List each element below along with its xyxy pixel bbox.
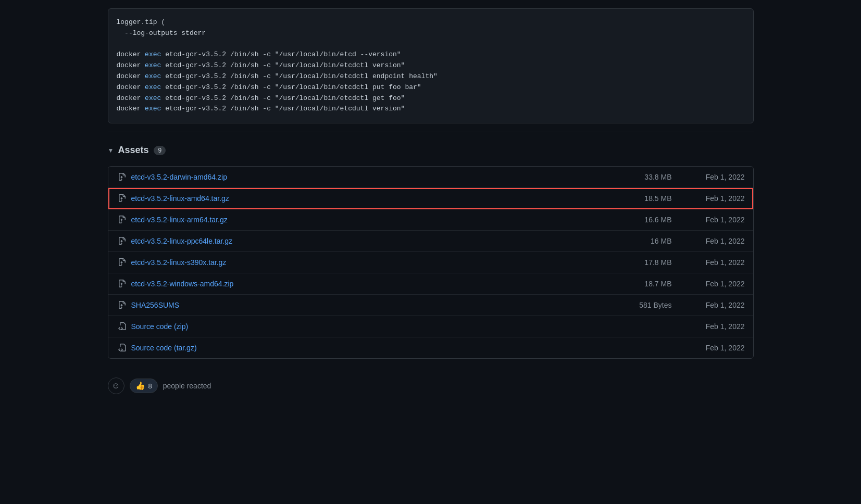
zip-icon-6	[117, 279, 127, 289]
asset-row-6[interactable]: etcd-v3.5.2-windows-amd64.zip 18.7 MB Fe…	[108, 273, 753, 295]
code-line-9: docker exec etcd-gcr-v3.5.2 /bin/sh -c "…	[117, 104, 745, 115]
asset-date-9: Feb 1, 2022	[693, 344, 745, 352]
thumbs-up-emoji: 👍	[135, 381, 145, 390]
code-keyword: exec	[145, 105, 161, 112]
code-line-7: docker exec etcd-gcr-v3.5.2 /bin/sh -c "…	[117, 82, 745, 93]
asset-link-4[interactable]: etcd-v3.5.2-linux-ppc64le.tar.gz	[131, 237, 630, 245]
code-line-1: logger.tip (	[117, 17, 745, 28]
asset-row-3[interactable]: etcd-v3.5.2-linux-arm64.tar.gz 16.6 MB F…	[108, 209, 753, 231]
asset-row-9[interactable]: Source code (tar.gz) Feb 1, 2022	[108, 337, 753, 358]
code-line-6: docker exec etcd-gcr-v3.5.2 /bin/sh -c "…	[117, 71, 745, 82]
zip-icon-3	[117, 215, 127, 225]
asset-date-6: Feb 1, 2022	[693, 280, 745, 288]
asset-date-1: Feb 1, 2022	[693, 173, 745, 181]
code-keyword: exec	[145, 51, 161, 58]
asset-link-3[interactable]: etcd-v3.5.2-linux-arm64.tar.gz	[131, 216, 630, 224]
code-keyword: exec	[145, 94, 161, 102]
source-icon-9	[117, 343, 127, 353]
assets-count-badge: 9	[154, 146, 166, 155]
asset-date-4: Feb 1, 2022	[693, 237, 745, 245]
asset-size-6: 18.7 MB	[630, 280, 693, 288]
assets-section: ▼ Assets 9 etcd-v3.5.2-darwin-amd64.zip …	[108, 145, 754, 359]
thumbs-up-reaction[interactable]: 👍 8	[130, 379, 158, 393]
asset-size-2: 18.5 MB	[630, 194, 693, 203]
reactions-text: people reacted	[163, 382, 211, 390]
asset-link-2[interactable]: etcd-v3.5.2-linux-amd64.tar.gz	[131, 194, 630, 203]
asset-date-8: Feb 1, 2022	[693, 322, 745, 331]
asset-size-3: 16.6 MB	[630, 216, 693, 224]
asset-date-2: Feb 1, 2022	[693, 194, 745, 203]
asset-row-8[interactable]: Source code (zip) Feb 1, 2022	[108, 316, 753, 337]
asset-row-5[interactable]: etcd-v3.5.2-linux-s390x.tar.gz 17.8 MB F…	[108, 252, 753, 273]
thumbs-up-count: 8	[148, 382, 152, 390]
code-line-2: --log-outputs stderr	[117, 28, 745, 39]
asset-row-2[interactable]: etcd-v3.5.2-linux-amd64.tar.gz 18.5 MB F…	[108, 188, 753, 209]
asset-date-7: Feb 1, 2022	[693, 301, 745, 309]
zip-icon-2	[117, 193, 127, 204]
asset-link-1[interactable]: etcd-v3.5.2-darwin-amd64.zip	[131, 173, 630, 181]
reactions-bar: ☺ 👍 8 people reacted	[108, 371, 754, 400]
assets-header: ▼ Assets 9	[108, 145, 754, 160]
asset-size-1: 33.8 MB	[630, 173, 693, 181]
asset-row-4[interactable]: etcd-v3.5.2-linux-ppc64le.tar.gz 16 MB F…	[108, 231, 753, 252]
code-line-5: docker exec etcd-gcr-v3.5.2 /bin/sh -c "…	[117, 60, 745, 71]
asset-link-9[interactable]: Source code (tar.gz)	[131, 344, 630, 352]
asset-link-5[interactable]: etcd-v3.5.2-linux-s390x.tar.gz	[131, 258, 630, 267]
asset-size-5: 17.8 MB	[630, 258, 693, 267]
smiley-icon: ☺	[111, 381, 120, 390]
asset-link-6[interactable]: etcd-v3.5.2-windows-amd64.zip	[131, 280, 630, 288]
zip-icon	[117, 172, 127, 182]
asset-link-7[interactable]: SHA256SUMS	[131, 301, 630, 309]
assets-chevron: ▼	[108, 147, 114, 154]
code-line-4: docker exec etcd-gcr-v3.5.2 /bin/sh -c "…	[117, 49, 745, 60]
zip-icon-4	[117, 236, 127, 246]
asset-row-1[interactable]: etcd-v3.5.2-darwin-amd64.zip 33.8 MB Feb…	[108, 167, 753, 188]
zip-icon-7	[117, 300, 127, 310]
code-keyword: exec	[145, 61, 161, 69]
asset-size-4: 16 MB	[630, 237, 693, 245]
code-line-3	[117, 39, 745, 50]
code-block: logger.tip ( --log-outputs stderr docker…	[108, 8, 754, 123]
asset-row-7[interactable]: SHA256SUMS 581 Bytes Feb 1, 2022	[108, 295, 753, 316]
section-divider	[108, 132, 754, 132]
asset-date-3: Feb 1, 2022	[693, 216, 745, 224]
asset-size-7: 581 Bytes	[630, 301, 693, 309]
assets-title-text: Assets	[118, 145, 148, 156]
code-keyword: exec	[145, 72, 161, 80]
assets-title: ▼ Assets	[108, 145, 149, 156]
add-reaction-button[interactable]: ☺	[108, 377, 124, 394]
asset-date-5: Feb 1, 2022	[693, 258, 745, 267]
code-line-8: docker exec etcd-gcr-v3.5.2 /bin/sh -c "…	[117, 93, 745, 104]
zip-icon-5	[117, 257, 127, 268]
assets-list: etcd-v3.5.2-darwin-amd64.zip 33.8 MB Feb…	[108, 166, 754, 359]
source-icon-8	[117, 321, 127, 332]
code-keyword: exec	[145, 83, 161, 91]
asset-link-8[interactable]: Source code (zip)	[131, 322, 630, 331]
